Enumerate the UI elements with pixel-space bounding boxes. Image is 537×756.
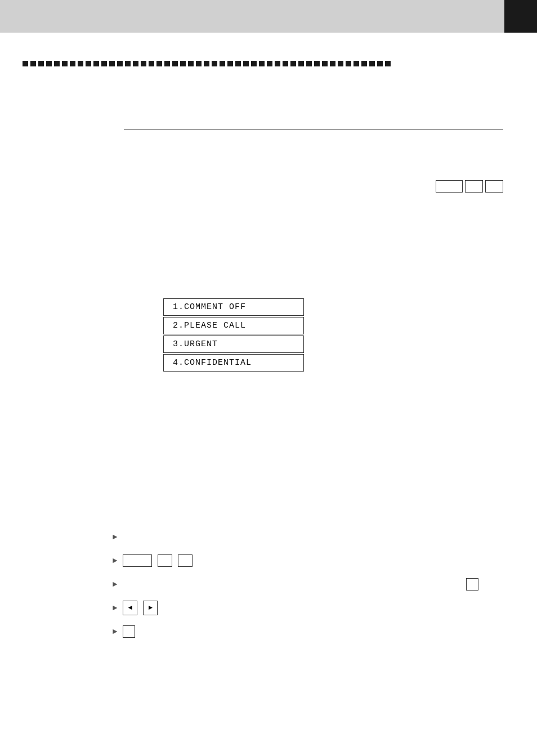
dot (125, 61, 131, 66)
dot (38, 61, 44, 66)
bottom-row-3: ► (113, 576, 478, 592)
dot (204, 61, 209, 66)
dot (235, 61, 241, 66)
box-right-row3 (466, 578, 478, 591)
menu-list: 1.COMMENT OFF 2.PLEASE CALL 3.URGENT 4.C… (163, 298, 304, 372)
dot (54, 61, 60, 66)
box-wide-row2 (123, 554, 152, 567)
dot (227, 61, 233, 66)
arrow-icon-5: ► (113, 627, 117, 636)
box-tiny-row5 (123, 625, 135, 638)
dot (385, 61, 391, 66)
dotted-line-row (23, 61, 514, 66)
dot (243, 61, 249, 66)
dot (156, 61, 162, 66)
bottom-row-4: ► ◄ ► (113, 600, 478, 616)
bottom-row-5: ► (113, 624, 478, 639)
dot (330, 61, 335, 66)
box-wide-top (436, 180, 463, 193)
arrow-icon-2: ► (113, 556, 117, 565)
dot (267, 61, 272, 66)
dot (338, 61, 343, 66)
dot (275, 61, 280, 66)
bottom-section: ► ► ► ► ◄ ► ► (113, 529, 478, 639)
dot (117, 61, 123, 66)
dot (141, 61, 146, 66)
horizontal-rule (124, 129, 503, 130)
dot (180, 61, 186, 66)
header-bar (0, 0, 537, 33)
three-boxes-top (436, 180, 503, 193)
nav-right-button[interactable]: ► (143, 601, 158, 615)
dot (133, 61, 138, 66)
dot (149, 61, 154, 66)
nav-left-button[interactable]: ◄ (123, 601, 137, 615)
dot (298, 61, 304, 66)
dot (164, 61, 170, 66)
dot (196, 61, 202, 66)
dot (109, 61, 115, 66)
box-small-row2-2 (178, 554, 193, 567)
dot (188, 61, 194, 66)
dot (290, 61, 296, 66)
dot (346, 61, 351, 66)
dot (314, 61, 320, 66)
box-small-top-2 (485, 180, 503, 193)
dot (251, 61, 257, 66)
bottom-row-2: ► (113, 553, 478, 569)
dot (212, 61, 217, 66)
dot (220, 61, 225, 66)
dot (259, 61, 265, 66)
box-small-top-1 (465, 180, 483, 193)
dot (23, 61, 28, 66)
dot (361, 61, 367, 66)
dot (101, 61, 107, 66)
dot (93, 61, 99, 66)
dot (306, 61, 312, 66)
dot (46, 61, 52, 66)
dot (70, 61, 75, 66)
dot (322, 61, 328, 66)
dot (377, 61, 383, 66)
dot (353, 61, 359, 66)
dot (172, 61, 178, 66)
dot (78, 61, 83, 66)
dotted-line (23, 61, 391, 66)
menu-item-1[interactable]: 1.COMMENT OFF (163, 298, 304, 316)
menu-item-3[interactable]: 3.URGENT (163, 335, 304, 353)
menu-item-4[interactable]: 4.CONFIDENTIAL (163, 354, 304, 372)
dot (86, 61, 91, 66)
box-small-row2-1 (158, 554, 172, 567)
arrow-icon-1: ► (113, 533, 117, 542)
header-black-box (504, 0, 537, 33)
dot (283, 61, 288, 66)
bottom-row-1: ► (113, 529, 478, 545)
menu-item-2[interactable]: 2.PLEASE CALL (163, 317, 304, 334)
dot (62, 61, 68, 66)
arrow-icon-4: ► (113, 603, 117, 612)
arrow-icon-3: ► (113, 580, 117, 589)
dot (30, 61, 36, 66)
dot (369, 61, 375, 66)
